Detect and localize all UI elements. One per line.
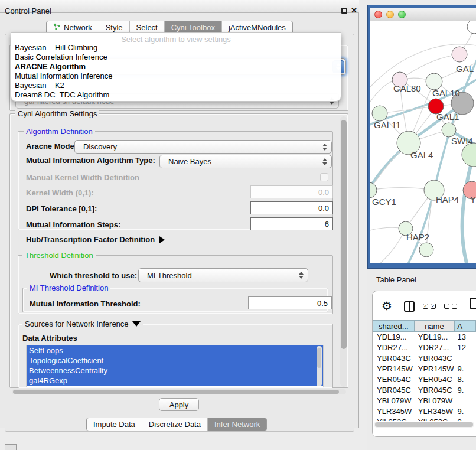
table-row[interactable]: YBL079WYBL079W: [373, 396, 476, 406]
combobox-stepper-icon: [320, 155, 330, 168]
minimize-traffic-light-icon[interactable]: [386, 11, 394, 18]
table-cell: 13: [455, 332, 476, 343]
kernel-width-field[interactable]: 0.0: [250, 185, 333, 198]
checked-checkbox-icon[interactable]: [431, 304, 436, 309]
tab-impute-data[interactable]: Impute Data: [87, 418, 142, 431]
table-cell: YIL052C: [415, 417, 455, 421]
tab-select[interactable]: Select: [130, 21, 165, 34]
algorithm-option[interactable]: Dream8 DC_TDC Algorithm: [11, 90, 341, 100]
table-row[interactable]: YLR345WYLR345W9.: [373, 406, 476, 417]
tab-label: Select: [136, 23, 158, 32]
table-row[interactable]: YBR043CYBR043C: [373, 353, 476, 364]
tab-network[interactable]: Network: [47, 21, 99, 34]
dpi-tolerance-label: DPI Tolerance [0,1]:: [26, 204, 97, 213]
tab-infer-network[interactable]: Infer Network: [208, 418, 266, 431]
table-cell: YDL19...: [415, 332, 455, 343]
unchecked-checkbox-icon[interactable]: [452, 304, 457, 309]
combobox-stepper-icon: [320, 141, 330, 153]
sources-group-title[interactable]: Sources for Network Inference: [22, 319, 143, 328]
aracne-mode-combobox[interactable]: Discovery: [74, 140, 332, 154]
close-icon[interactable]: ✕: [351, 6, 357, 15]
node-label: SWI4: [451, 136, 473, 146]
close-traffic-light-icon[interactable]: [374, 11, 382, 18]
table-row[interactable]: YDL19...YDL19...13: [373, 332, 476, 343]
network-node[interactable]: [426, 73, 442, 90]
expand-arrow-icon: [159, 236, 165, 243]
network-node[interactable]: [442, 123, 456, 137]
settings-horizontal-scrollbar-thumb[interactable]: [13, 390, 339, 394]
dock-chip[interactable]: [5, 444, 17, 450]
data-attribute-item[interactable]: SelfLoops: [27, 345, 323, 356]
table-row[interactable]: YPR145WYPR145W9.: [373, 364, 476, 374]
checked-checkbox-icon[interactable]: [423, 304, 428, 309]
mi-type-combobox[interactable]: Naive Bayes: [159, 155, 332, 168]
which-threshold-combobox[interactable]: MI Threshold: [138, 268, 308, 282]
document-icon[interactable]: [470, 298, 476, 309]
list-scrollbar-thumb[interactable]: [317, 348, 321, 368]
algorithm-option[interactable]: ARACNE Algorithm: [11, 62, 341, 71]
data-attributes-list[interactable]: SelfLoopsTopologicalCoefficientBetweenne…: [26, 345, 324, 387]
dpi-tolerance-field[interactable]: 0.0: [250, 201, 333, 214]
kernel-width-label: Kernel Width (0,1):: [26, 188, 94, 197]
cyni-bottom-tabbar: Impute Data Discretize Data Infer Networ…: [86, 418, 267, 431]
table-cell: YDR27...: [373, 343, 415, 353]
table-cell: YER054C: [415, 374, 455, 385]
table-row[interactable]: YBR045CYBR045C9.: [373, 385, 476, 396]
network-node[interactable]: [467, 21, 476, 34]
table-row[interactable]: YER054CYER054C8.: [373, 374, 476, 385]
manual-kernel-label: Manual Kernel Width Definition: [26, 173, 139, 182]
table-cell: YER054C: [373, 374, 415, 385]
algorithm-option[interactable]: Bayesian – K2: [11, 81, 341, 90]
network-edge[interactable]: [380, 106, 436, 113]
table-row[interactable]: YIL052CYIL052C0.: [373, 417, 476, 421]
mi-steps-field[interactable]: 6: [250, 217, 333, 230]
network-node[interactable]: [462, 143, 476, 167]
node-label: Y: [470, 194, 476, 204]
column-header-partial[interactable]: A: [455, 320, 476, 332]
zoom-traffic-light-icon[interactable]: [398, 11, 406, 18]
manual-kernel-checkbox[interactable]: [320, 173, 328, 181]
network-node[interactable]: [372, 106, 387, 121]
hub-definition-expander[interactable]: Hub/Transcription Factor Definition: [26, 235, 165, 244]
table-row[interactable]: YDR27...YDR27...12: [373, 343, 476, 353]
mi-threshold-title: MI Threshold Definition: [27, 283, 110, 292]
algorithm-option[interactable]: Mutual Information Inference: [11, 71, 341, 81]
network-canvas[interactable]: GALGAL80GAL10GAL1GAL11SWI4GAL4GCY1HAP4YH…: [370, 21, 476, 263]
tab-cyni-toolbox[interactable]: Cyni Toolbox: [165, 21, 222, 34]
gear-icon[interactable]: ⚙: [382, 299, 392, 313]
network-node[interactable]: [419, 243, 433, 257]
column-header-shared-name[interactable]: shared...: [373, 320, 415, 332]
data-attribute-item[interactable]: TopologicalCoefficient: [27, 356, 323, 366]
which-threshold-label: Which threshold to use:: [50, 271, 137, 280]
mi-threshold-field[interactable]: 0.5: [248, 296, 332, 309]
float-window-icon[interactable]: [341, 8, 347, 14]
settings-vertical-scrollbar-thumb[interactable]: [341, 120, 347, 349]
node-label: GAL1: [436, 112, 459, 122]
table-panel-title: Table Panel: [376, 275, 416, 284]
table-cell: YBR045C: [415, 385, 455, 396]
apply-button[interactable]: Apply: [159, 398, 199, 411]
algorithm-option[interactable]: Basic Correlation Inference: [11, 53, 341, 62]
column-header-name[interactable]: name: [415, 320, 455, 332]
network-edge[interactable]: [462, 155, 474, 263]
network-node[interactable]: [370, 182, 377, 198]
table-cell: 9.: [455, 385, 476, 396]
unchecked-checkbox-icon[interactable]: [444, 304, 449, 309]
network-edge[interactable]: [370, 229, 406, 263]
algorithm-list: Bayesian – Hill ClimbingBasic Correlatio…: [11, 43, 341, 100]
tab-label: Network: [64, 23, 92, 32]
tab-style[interactable]: Style: [99, 21, 130, 34]
control-panel-title: Control Panel: [5, 6, 51, 15]
network-node[interactable]: [452, 47, 467, 62]
data-attribute-item[interactable]: gal4RGexp: [27, 376, 323, 386]
algorithm-option[interactable]: Bayesian – Hill Climbing: [11, 43, 341, 53]
table-cell: [455, 353, 476, 364]
node-label: HAP4: [436, 194, 459, 204]
columns-icon[interactable]: [404, 301, 415, 312]
tab-discretize-data[interactable]: Discretize Data: [142, 418, 208, 431]
tab-jactivemnodules[interactable]: jActiveMNodules: [222, 21, 292, 34]
data-attribute-item[interactable]: BetweennessCentrality: [27, 366, 323, 376]
mi-threshold-label: Mutual Information Threshold:: [30, 299, 141, 308]
algorithm-dropdown-popup: Select algorithm to view settings Bayesi…: [11, 32, 341, 102]
table-horizontal-scrollbar-thumb[interactable]: [375, 422, 473, 427]
